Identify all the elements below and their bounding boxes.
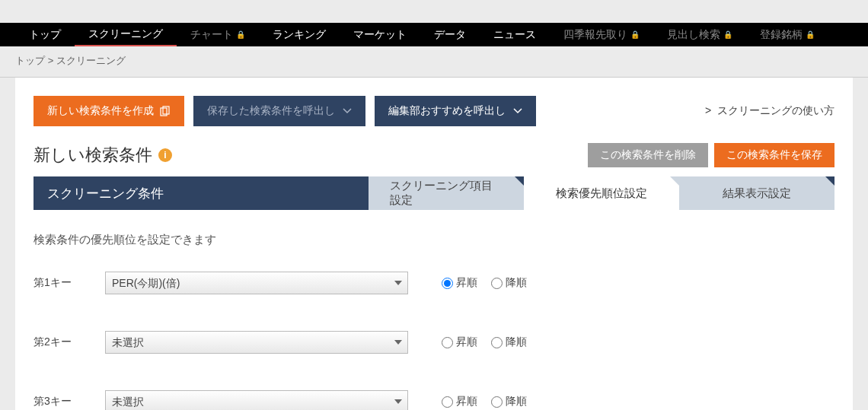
sort-radio-group: 昇順 降順: [442, 276, 538, 290]
nav-item-data[interactable]: データ: [420, 23, 480, 46]
nav-item-screening[interactable]: スクリーニング: [75, 23, 177, 46]
chevron-down-icon: [343, 108, 352, 114]
button-label: 保存した検索条件を呼出し: [207, 104, 335, 118]
button-label: 編集部おすすめを呼出し: [388, 104, 506, 118]
select-wrap: 未選択: [105, 390, 408, 410]
delete-condition-button[interactable]: この検索条件を削除: [588, 143, 708, 167]
desc-radio[interactable]: [491, 396, 503, 408]
lock-icon: 🔒: [630, 30, 640, 39]
load-saved-button[interactable]: 保存した検索条件を呼出し: [193, 96, 365, 126]
top-actions-row: 新しい検索条件を作成 保存した検索条件を呼出し 編集部おすすめを呼出し > スク…: [34, 96, 834, 126]
radio-text: 昇順: [456, 276, 477, 290]
select-wrap: 未選択: [105, 331, 408, 354]
nav-label: 登録銘柄: [760, 28, 803, 42]
copy-icon: [160, 106, 171, 116]
sort-radio-group: 昇順 降順: [442, 335, 538, 349]
asc-radio[interactable]: [442, 278, 453, 289]
chevron-down-icon: [513, 108, 522, 114]
nav-item-ranking[interactable]: ランキング: [259, 23, 340, 46]
key-row-2: 第2キー 未選択 昇順 降順: [34, 320, 834, 380]
page-title: 新しい検索条件 i: [34, 144, 172, 167]
main-nav: トップ スクリーニング チャート 🔒 ランキング マーケット データ ニュース …: [0, 23, 868, 46]
tab-priority-settings[interactable]: 検索優先順位設定: [524, 176, 679, 210]
key-1-select[interactable]: PER(今期)(倍): [105, 272, 408, 294]
info-icon[interactable]: i: [158, 148, 172, 162]
nav-item-top[interactable]: トップ: [15, 23, 75, 46]
caret-right-icon: >: [705, 104, 711, 116]
key-label: 第1キー: [34, 276, 105, 290]
breadcrumb-home[interactable]: トップ: [15, 55, 45, 66]
sort-radio-group: 昇順 降順: [442, 395, 538, 408]
button-label: 新しい検索条件を作成: [47, 104, 154, 118]
key-label: 第2キー: [34, 335, 105, 349]
nav-item-news[interactable]: ニュース: [480, 23, 550, 46]
key-row-1: 第1キー PER(今期)(倍) 昇順 降順: [34, 261, 834, 320]
nav-item-registered[interactable]: 登録銘柄 🔒: [746, 23, 828, 46]
desc-radio-label[interactable]: 降順: [491, 276, 527, 290]
radio-text: 昇順: [456, 395, 477, 408]
nav-label: 見出し検索: [667, 28, 720, 42]
desc-radio[interactable]: [491, 278, 503, 289]
top-spacer: [0, 0, 868, 23]
nav-item-market[interactable]: マーケット: [340, 23, 420, 46]
asc-radio-label[interactable]: 昇順: [442, 395, 477, 408]
asc-radio[interactable]: [442, 396, 453, 408]
title-actions: この検索条件を削除 この検索条件を保存: [588, 143, 834, 167]
key-row-3: 第3キー 未選択 昇順 降順: [34, 380, 834, 410]
breadcrumb-sep: >: [48, 55, 54, 66]
radio-text: 昇順: [456, 335, 477, 349]
key-2-select[interactable]: 未選択: [105, 331, 408, 354]
nav-label: チャート: [190, 28, 233, 42]
title-text: 新しい検索条件: [34, 144, 152, 167]
asc-radio-label[interactable]: 昇順: [442, 276, 477, 290]
nav-item-shikiho[interactable]: 四季報先取り 🔒: [550, 23, 653, 46]
create-condition-button[interactable]: 新しい検索条件を作成: [34, 96, 184, 126]
usage-link[interactable]: > スクリーニングの使い方: [705, 104, 834, 118]
select-wrap: PER(今期)(倍): [105, 272, 408, 294]
radio-text: 降順: [506, 395, 527, 408]
radio-text: 降順: [506, 276, 527, 290]
tabs: スクリーニング条件 スクリーニング項目設定 検索優先順位設定 結果表示設定: [34, 176, 834, 210]
nav-label: 四季報先取り: [563, 28, 627, 42]
lock-icon: 🔒: [236, 30, 245, 39]
desc-radio-label[interactable]: 降順: [491, 395, 527, 408]
key-label: 第3キー: [34, 395, 105, 408]
radio-text: 降順: [506, 335, 527, 349]
save-condition-button[interactable]: この検索条件を保存: [714, 143, 834, 167]
breadcrumb-current: スクリーニング: [56, 55, 126, 66]
load-recommended-button[interactable]: 編集部おすすめを呼出し: [375, 96, 536, 126]
desc-radio[interactable]: [491, 337, 503, 348]
description-text: 検索条件の優先順位を設定できます: [34, 210, 834, 261]
breadcrumb: トップ > スクリーニング: [0, 46, 868, 78]
asc-radio-label[interactable]: 昇順: [442, 335, 477, 349]
tab-result-settings[interactable]: 結果表示設定: [679, 176, 834, 210]
asc-radio[interactable]: [442, 337, 453, 348]
tab-item-settings[interactable]: スクリーニング項目設定: [369, 176, 524, 210]
link-label: スクリーニングの使い方: [717, 104, 834, 116]
tab-header: スクリーニング条件: [34, 176, 369, 210]
nav-item-chart[interactable]: チャート 🔒: [177, 23, 259, 46]
lock-icon: 🔒: [723, 30, 732, 39]
lock-icon: 🔒: [806, 30, 815, 39]
key-3-select[interactable]: 未選択: [105, 390, 408, 410]
nav-item-headline-search[interactable]: 見出し検索 🔒: [653, 23, 746, 46]
title-row: 新しい検索条件 i この検索条件を削除 この検索条件を保存: [34, 143, 834, 167]
desc-radio-label[interactable]: 降順: [491, 335, 527, 349]
content-area: 新しい検索条件を作成 保存した検索条件を呼出し 編集部おすすめを呼出し > スク…: [15, 78, 853, 410]
